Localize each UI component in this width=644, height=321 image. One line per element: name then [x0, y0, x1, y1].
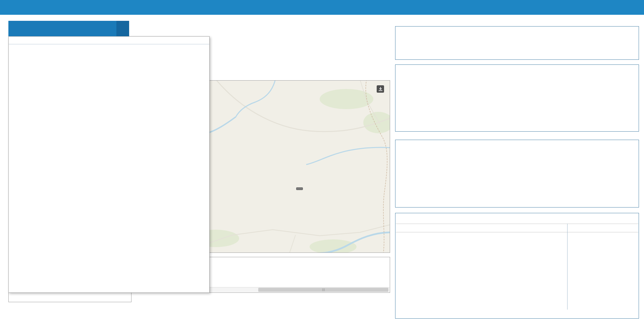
bar-chart-panel — [395, 64, 639, 132]
bar-chart-svg — [395, 65, 639, 131]
functions-panel — [395, 26, 639, 60]
theme-select-label — [8, 21, 116, 36]
theme-tree — [9, 44, 209, 48]
column-divider — [567, 224, 568, 310]
dropdown-title — [9, 41, 209, 44]
comparison-table-header — [396, 224, 638, 232]
download-icon[interactable] — [377, 85, 384, 93]
line-chart-panel — [395, 140, 639, 208]
chevron-down-icon[interactable] — [116, 21, 129, 36]
app-header — [0, 0, 644, 15]
scrollbar-thumb[interactable] — [258, 288, 388, 292]
comparison-panel — [395, 213, 639, 319]
theme-dropdown-panel — [8, 36, 210, 293]
line-chart-svg — [395, 140, 639, 207]
theme-select-button[interactable] — [8, 21, 129, 36]
comparison-table — [396, 224, 638, 232]
